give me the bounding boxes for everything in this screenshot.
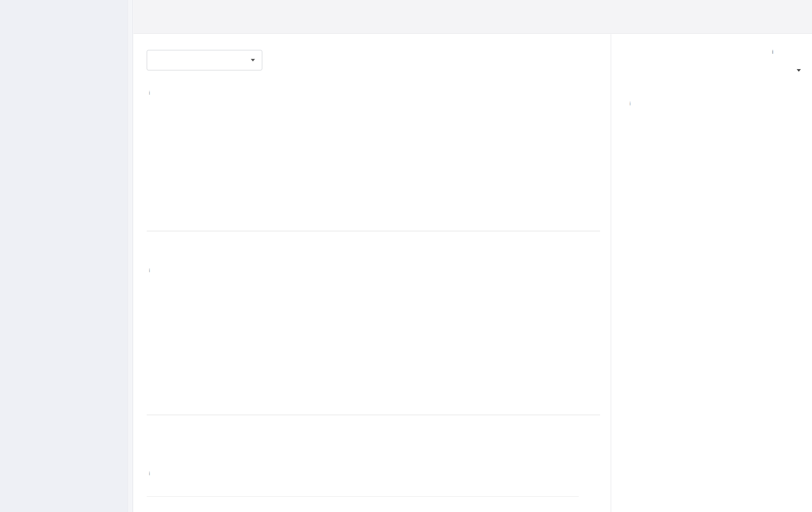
traffic-value-chart — [147, 496, 600, 512]
info-icon — [149, 90, 150, 96]
chevron-down-icon — [797, 69, 801, 72]
info-icon — [772, 49, 774, 55]
organic-traffic-chart-svg — [147, 107, 579, 231]
info-icon — [149, 267, 150, 273]
gridline — [147, 496, 579, 497]
main-column — [133, 34, 611, 512]
column-header-info — [769, 49, 801, 55]
organic-traffic-header — [147, 89, 600, 99]
content — [133, 34, 812, 512]
show-more-button[interactable] — [627, 61, 801, 80]
info-icon — [149, 470, 150, 477]
chevron-down-icon — [251, 59, 255, 61]
sidebar — [0, 0, 133, 512]
traffic-value-header — [147, 470, 600, 480]
organic-keywords-header — [147, 267, 600, 277]
competitors-header — [627, 100, 801, 110]
organic-traffic-chart — [147, 107, 600, 231]
countries-panel — [611, 34, 812, 512]
organic-keywords-chart-svg — [147, 288, 579, 415]
organic-keywords-x-axis — [147, 415, 600, 428]
country-table-header — [627, 43, 801, 61]
organic-keywords-chart — [147, 288, 600, 415]
keywords-legend — [147, 435, 611, 445]
tab-bar — [133, 0, 812, 34]
organic-traffic-x-axis — [147, 231, 600, 244]
country-select[interactable] — [147, 50, 262, 70]
info-icon — [629, 100, 631, 107]
